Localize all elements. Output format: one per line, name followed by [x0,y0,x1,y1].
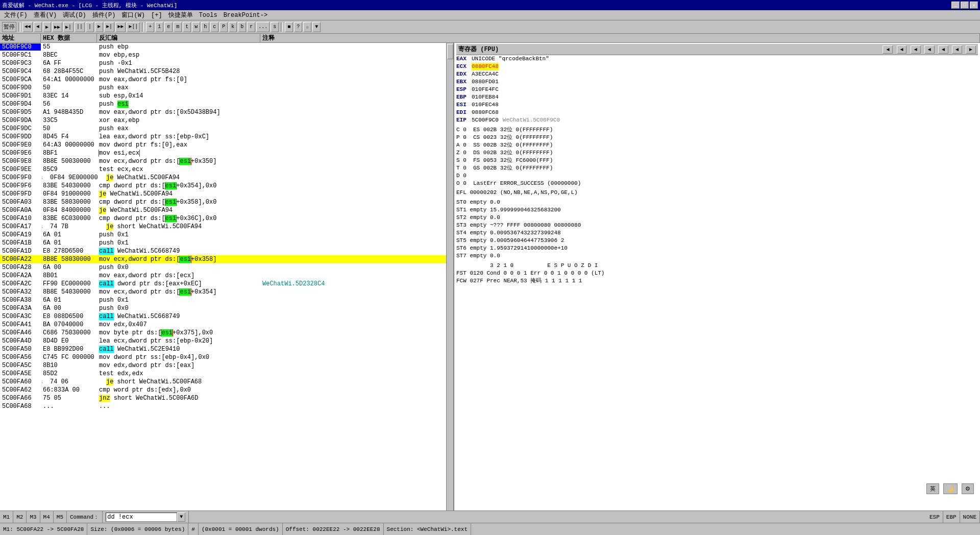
toolbar-question[interactable]: ? [294,22,302,32]
table-row[interactable]: 5C00FA2CFF90 EC000000call dword ptr ds:[… [0,280,446,288]
toolbar-b[interactable]: b [238,22,246,32]
m5-btn[interactable]: M5 [54,511,67,523]
toolbar-bp[interactable]: ►|| [127,22,140,32]
toolbar-play[interactable]: ▶ [43,22,51,32]
table-row[interactable]: 5C00FA0A0F84 84000000je WeChatWi.5C00FA9… [0,206,446,214]
table-row[interactable]: 5C00F9D183EC 14sub esp,0x14 [0,92,446,100]
table-row[interactable]: 5C00FA17↓74 7Bje short WeChatWi.5C00FA94 [0,223,446,231]
table-row[interactable]: 5C00FA60↓74 06je short WeChatWi.5C00FA68 [0,378,446,386]
table-row[interactable]: 5C00FA196A 01push 0x1 [0,231,446,239]
table-row[interactable]: 5C00FA228B8E 58030000mov ecx,dword ptr d… [0,255,446,263]
table-row[interactable]: 5C00F9D456push esi [0,100,446,108]
toolbar-w[interactable]: w [192,22,200,32]
table-row[interactable]: 5C00FA328B8E 54030000mov ecx,dword ptr d… [0,288,446,296]
table-row[interactable]: 5C00FA386A 01push 0x1 [0,296,446,304]
toolbar-run-to[interactable]: ►| [104,22,114,32]
menu-item-4[interactable]: 窗口(W) [118,10,148,20]
toolbar-P[interactable]: P [219,22,228,32]
nav-right-1[interactable]: ► [966,45,976,54]
m2-btn[interactable]: M2 [13,511,27,523]
toolbar-rewind[interactable]: ◄◄ [22,22,33,32]
table-row[interactable]: 5C00FA6675 05jnz short WeChatWi.5C00FA6D [0,394,446,402]
table-row[interactable]: 5C00FA2A8B01mov eax,dword ptr ds:[ecx] [0,272,446,280]
table-row[interactable]: 5C00FA5C8B10mov edx,dword ptr ds:[eax] [0,361,446,370]
toolbar-s[interactable]: s [271,22,279,32]
toolbar-down[interactable]: ▼ [312,22,321,32]
table-row[interactable]: 5C00FA46C686 75030000mov byte ptr ds:[es… [0,329,446,337]
toolbar-fwd2[interactable]: ►► [115,22,126,32]
toolbar-step[interactable]: | [86,22,94,32]
nav-left-2[interactable]: ◄ [897,45,907,54]
menu-item-3[interactable]: 插件(P) [89,10,119,20]
menu-item-2[interactable]: 调试(D) [60,10,89,20]
table-row[interactable]: 5C00FA0383BE 58030000cmp dword ptr ds:[e… [0,198,446,206]
table-row[interactable]: 5C00F9F683BE 54030000cmp dword ptr ds:[e… [0,182,446,190]
toolbar-1[interactable]: 1 [155,22,163,32]
toolbar-r[interactable]: r [247,22,255,32]
toolbar-star[interactable]: ☆ [303,22,311,32]
table-row[interactable]: 5C00FA3A6A 00push 0x0 [0,304,446,312]
table-row[interactable]: 5C00F9F0↓0F84 9E000000je WeChatWi.5C00FA… [0,174,446,182]
toolbar-e[interactable]: e [164,22,173,32]
toolbar-dots[interactable]: ... [256,22,270,32]
m3-btn[interactable]: M3 [27,511,40,523]
close-button[interactable]: ✕ [970,2,978,9]
minimize-button[interactable]: _ [951,2,960,9]
table-row[interactable]: 5C00FA56C745 FC 000000mov dword ptr ss:[… [0,353,446,361]
table-row[interactable]: 5C00FA1DE8 278D6500call WeChatWi.5C66874… [0,247,446,255]
table-row[interactable]: 5C00F9C055push ebp [0,43,446,51]
table-row[interactable]: 5C00F9C36A FFpush -0x1 [0,59,446,67]
command-dropdown[interactable]: ▼ [177,513,185,522]
toolbar-c[interactable]: c [210,22,218,32]
table-row[interactable]: 5C00FA68...... [0,402,446,410]
table-row[interactable]: 5C00F9DA33C5xor eax,ebp [0,116,446,125]
menu-item-1[interactable]: 查看(V) [31,10,60,20]
table-row[interactable]: 5C00F9EE85C9test ecx,ecx [0,165,446,174]
table-row[interactable]: 5C00F9DD8D45 F4lea eax,dword ptr ss:[ebp… [0,133,446,141]
table-row[interactable]: 5C00FA3CE8 088D6500call WeChatWi.5C66874… [0,312,446,321]
command-input[interactable] [106,513,177,522]
disasm-scrollbar[interactable] [446,43,453,510]
table-row[interactable]: 5C00FA1083BE 6C030000cmp dword ptr ds:[e… [0,214,446,223]
toolbar-plus[interactable]: + [146,22,154,32]
nav-left-3[interactable]: ◄ [911,45,921,54]
toolbar-square[interactable]: ■ [285,22,293,32]
scrollbar-thumb[interactable] [447,44,453,59]
table-row[interactable]: 5C00F9FD0F84 91000000je WeChatWi.5C00FA9… [0,190,446,198]
table-row[interactable]: 5C00F9D050push eax [0,84,446,92]
menu-item-6[interactable]: 快捷菜单 [165,10,196,20]
disasm-panel[interactable]: 5C00F9C055push ebp5C00F9C18BECmov ebp,es… [0,43,454,510]
toolbar-fwd[interactable]: ▶▶ [52,22,62,32]
table-row[interactable]: 5C00F9E88B8E 50030000mov ecx,dword ptr d… [0,157,446,165]
nav-left-6[interactable]: ◄ [952,45,962,54]
table-row[interactable]: 5C00F9D5A1 948B435Dmov eax,dword ptr ds:… [0,108,446,116]
table-row[interactable]: 5C00FA1B6A 01push 0x1 [0,239,446,247]
menu-item-7[interactable]: Tools [196,11,220,19]
nav-left-1[interactable]: ◄ [883,45,893,54]
toolbar-h[interactable]: h [201,22,209,32]
toolbar-m[interactable]: m [174,22,182,32]
table-row[interactable]: 5C00F9C468 28B4F55Cpush WeChatWi.5CF5B42… [0,67,446,76]
nav-left-4[interactable]: ◄ [924,45,935,54]
toolbar-pause[interactable]: || [75,22,85,32]
menu-item-5[interactable]: [+] [148,11,165,19]
moon-button[interactable]: 🌙 [943,483,958,494]
table-row[interactable]: 5C00FA286A 00push 0x0 [0,263,446,272]
menu-item-8[interactable]: BreakPoint-> [220,11,271,19]
pause-label[interactable]: 暂停 [2,22,16,32]
table-row[interactable]: 5C00FA41BA 07040000mov edx,0x407 [0,321,446,329]
table-row[interactable]: 5C00FA4D8D4D E0lea ecx,dword ptr ss:[ebp… [0,337,446,345]
toolbar-t[interactable]: t [183,22,191,32]
toolbar-prev[interactable]: ◄ [34,22,42,32]
m4-btn[interactable]: M4 [40,511,54,523]
m1-btn[interactable]: M1 [0,511,13,523]
toolbar-run[interactable]: ► [95,22,103,32]
maximize-button[interactable]: □ [961,2,969,9]
table-row[interactable]: 5C00FA6266:833A 00cmp word ptr ds:[edx],… [0,386,446,394]
nav-left-5[interactable]: ◄ [938,45,948,54]
table-row[interactable]: 5C00F9CA64:A1 00000000mov eax,dword ptr … [0,76,446,84]
table-row[interactable]: 5C00FA50E8 BB992D00call WeChatWi.5C2E941… [0,345,446,353]
settings-button[interactable]: ⚙ [962,483,974,494]
toolbar-k[interactable]: k [229,22,237,32]
table-row[interactable]: 5C00F9E064:A3 00000000mov dword ptr fs:[… [0,141,446,149]
